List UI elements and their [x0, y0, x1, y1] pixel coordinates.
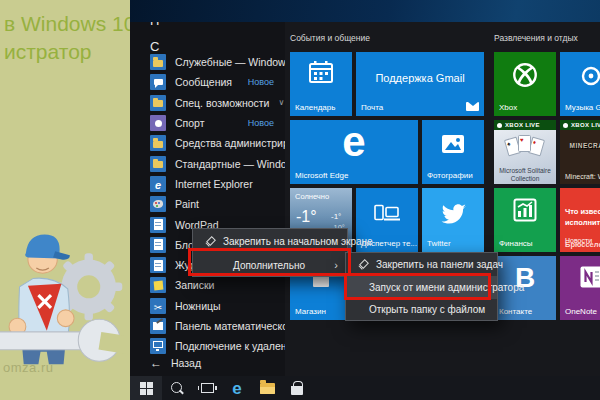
task-view-button[interactable]: [192, 376, 222, 400]
submenu-item-open-file-location[interactable]: Открыть папку с файлом: [346, 299, 497, 322]
submenu-arrow-icon: [334, 260, 338, 271]
pin-icon: [357, 259, 368, 270]
banner-title-line1: в Windows 10 ·: [4, 10, 130, 38]
tile-onenote[interactable]: OneNote: [560, 256, 600, 320]
app-item-accessories[interactable]: Стандартные — Windows ∧: [130, 153, 285, 173]
app-list-letter-s[interactable]: С: [150, 39, 159, 54]
folder-icon: [150, 95, 166, 111]
internet-explorer-icon: [150, 176, 166, 192]
devices-icon: [374, 204, 400, 222]
taskbar-search-button[interactable]: [162, 376, 192, 400]
sport-icon: [150, 115, 166, 131]
menu-item-pin-to-start[interactable]: Закрепить на начальном экране: [193, 229, 347, 253]
minecraft-logo: MINECRAFT: [560, 142, 600, 149]
photos-icon: [441, 134, 465, 154]
desktop-wallpaper-strip[interactable]: [130, 0, 600, 22]
app-item-math-input[interactable]: Панель математического ввода: [130, 316, 285, 336]
start-menu: П С Служебные — Windows ∨ Сообщения Ново…: [130, 22, 600, 376]
twitter-bird-icon: [440, 204, 466, 226]
paint-icon: [150, 196, 166, 212]
taskbar: e: [130, 376, 600, 400]
tile-area: События и общение Развлечения и отдых Ка…: [285, 22, 600, 376]
math-input-icon: [150, 318, 166, 334]
tile-group-header-entertainment[interactable]: Развлечения и отдых: [494, 33, 578, 43]
back-arrow-icon: [150, 356, 162, 370]
task-view-icon: [201, 383, 214, 393]
app-item-snipping-tool[interactable]: Ножницы: [130, 296, 285, 316]
sticky-notes-icon: [150, 277, 166, 293]
app-list: П С Служебные — Windows ∨ Сообщения Ново…: [130, 22, 285, 376]
banner-title-line2: истратор: [4, 38, 130, 66]
windows-logo-icon: [140, 382, 153, 395]
tile-mail[interactable]: Поддержка Gmail Почта: [356, 52, 484, 116]
taskbar-edge-button[interactable]: e: [222, 376, 252, 400]
tile-group-header-events[interactable]: События и общение: [290, 33, 370, 43]
app-item-remote-desktop[interactable]: Подключение к удаленному р...: [130, 336, 285, 356]
submenu-item-run-as-admin[interactable]: Запуск от имени администратора: [346, 276, 497, 299]
tile-news[interactable]: Что известн исполнител Новости Брюсселе: [560, 188, 600, 252]
tile-groove-music[interactable]: Музыка Gro: [560, 52, 600, 116]
notepad-icon: [150, 237, 166, 253]
scissors-icon: [150, 298, 166, 314]
envelope-icon: [466, 102, 479, 111]
groove-music-icon: [579, 64, 600, 88]
tile-calendar[interactable]: Календарь: [290, 52, 352, 116]
taskbar-store-button[interactable]: [282, 376, 312, 400]
remote-desktop-icon: [150, 338, 166, 354]
context-menu: Закрепить на начальном экране Дополнител…: [192, 228, 348, 277]
folder-icon: [150, 135, 166, 151]
chevron-down-icon[interactable]: ∨: [278, 98, 284, 107]
tile-twitter[interactable]: Twitter: [422, 188, 484, 252]
tile-solitaire[interactable]: XBOX LIVE ♠ ♦ ♥ Microsoft Solitaire Coll…: [494, 120, 556, 184]
app-list-letter-p[interactable]: П: [150, 22, 159, 28]
tile-microsoft-edge[interactable]: e Microsoft Edge: [290, 120, 418, 184]
start-button[interactable]: [130, 376, 162, 400]
xbox-live-banner: XBOX LIVE: [560, 120, 600, 130]
app-item-internet-explorer[interactable]: Internet Explorer: [130, 174, 285, 194]
app-item-admin-tools[interactable]: Средства администрирован... ∨: [130, 133, 285, 153]
app-item-accessibility[interactable]: Спец. возможности ∨: [130, 93, 285, 113]
search-icon: [171, 382, 184, 395]
app-item-paint[interactable]: Paint: [130, 194, 285, 214]
app-item-sport[interactable]: Спорт Новое: [130, 113, 285, 133]
submenu-item-pin-to-taskbar[interactable]: Закрепить на панели задач: [346, 253, 497, 276]
store-bag-icon: [291, 386, 303, 395]
finance-chart-icon: [513, 198, 537, 222]
message-icon: [150, 74, 166, 90]
menu-item-more[interactable]: Дополнительно: [193, 253, 347, 277]
calendar-icon: [309, 61, 333, 83]
article-banner-panel: в Windows 10 · истратор: [0, 0, 130, 400]
pin-icon: [204, 236, 215, 247]
journal-icon: [150, 257, 166, 273]
app-item-messaging[interactable]: Сообщения Новое: [130, 72, 285, 92]
edge-icon: e: [232, 380, 241, 397]
tile-finance[interactable]: Финансы: [494, 188, 556, 252]
new-badge: Новое: [248, 118, 274, 128]
file-explorer-folder-icon: [260, 383, 275, 394]
app-item-windows-tools[interactable]: Служебные — Windows ∨: [130, 52, 285, 72]
xbox-logo-icon: [512, 62, 538, 88]
wordpad-icon: [150, 217, 166, 233]
context-submenu: Закрепить на панели задач Запуск от имен…: [345, 252, 498, 321]
edge-logo-icon: e: [290, 120, 418, 166]
xbox-live-banner: XBOX LIVE: [494, 120, 556, 130]
playing-card-icon: ♥: [518, 135, 531, 152]
folder-icon: [150, 54, 166, 70]
taskbar-file-explorer-button[interactable]: [252, 376, 282, 400]
screenshot-root: в Windows 10 · истратор: [0, 0, 600, 400]
tile-photos[interactable]: Фотографии: [422, 120, 484, 184]
mail-live-text: Поддержка Gmail: [356, 72, 484, 84]
watermark: omza.ru: [3, 360, 53, 375]
new-badge: Новое: [248, 77, 274, 87]
app-item-sticky-notes[interactable]: Записки: [130, 275, 285, 295]
back-button[interactable]: Назад: [150, 356, 201, 370]
folder-icon: [150, 156, 166, 172]
onenote-icon: [580, 266, 600, 288]
repairman-mascot-illustration: [0, 226, 128, 378]
tile-xbox[interactable]: Xbox: [494, 52, 556, 116]
tile-minecraft[interactable]: XBOX LIVE MINECRAFT Minecraft: W: [560, 120, 600, 184]
